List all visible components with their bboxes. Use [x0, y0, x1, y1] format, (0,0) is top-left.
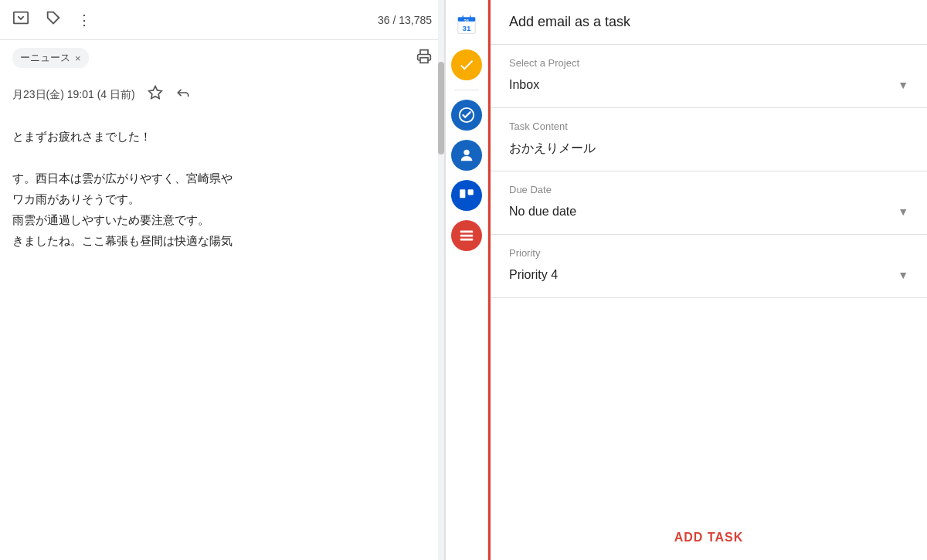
tag-close-icon[interactable]: × — [75, 53, 81, 64]
svg-text:31: 31 — [464, 19, 470, 24]
email-date: 月23日(金) 19:01 (4 日前) — [12, 88, 135, 102]
svg-rect-12 — [460, 189, 465, 198]
star-icon[interactable] — [148, 85, 163, 104]
body-line-2: す。西日本は雲が広がりやすく、宮崎県や — [12, 168, 432, 188]
todoist-blue-icon[interactable] — [451, 100, 482, 131]
priority-dropdown-arrow: ▼ — [898, 269, 908, 281]
account-icon[interactable] — [451, 140, 482, 171]
svg-point-11 — [464, 150, 469, 155]
due-date-value: No due date — [509, 205, 576, 219]
email-meta: 月23日(金) 19:01 (4 日前) — [0, 76, 444, 114]
sidebar-divider-1 — [454, 90, 479, 90]
content-section: Task Content — [491, 108, 927, 171]
svg-rect-16 — [460, 239, 474, 241]
priority-value: Priority 4 — [509, 268, 558, 282]
due-date-dropdown-arrow: ▼ — [898, 205, 908, 218]
email-toolbar: ⋮ 36 / 13,785 — [0, 0, 444, 40]
scrollbar[interactable] — [438, 0, 444, 560]
body-line-4: 雨雲が通過しやすいため要注意です。 — [12, 209, 432, 230]
due-date-label: Due Date — [509, 184, 908, 195]
add-task-button[interactable]: ADD TASK — [674, 531, 743, 545]
scroll-thumb[interactable] — [438, 62, 444, 154]
priority-dropdown[interactable]: Priority 4 ▼ — [509, 265, 908, 285]
project-dropdown[interactable]: Inbox ▼ — [509, 75, 908, 95]
project-dropdown-arrow: ▼ — [898, 79, 908, 91]
email-subject-bar: ーニュース × — [0, 40, 444, 76]
body-line-1: とまずお疲れさまでした！ — [12, 126, 432, 147]
todoist-red-icon[interactable] — [451, 220, 482, 251]
svg-marker-2 — [148, 87, 161, 99]
reply-icon[interactable] — [175, 85, 191, 104]
project-label: Select a Project — [509, 57, 908, 69]
email-body: とまずお疲れさまでした！ す。西日本は雲が広がりやすく、宮崎県や ワカ雨がありそ… — [0, 114, 444, 263]
tag-chip[interactable]: ーニュース × — [12, 48, 89, 68]
tag-label: ーニュース — [20, 51, 70, 65]
email-panel: ⋮ 36 / 13,785 ーニュース × 月23日(金) 19:01 (4 日… — [0, 0, 445, 560]
due-date-dropdown[interactable]: No due date ▼ — [509, 202, 908, 222]
svg-text:31: 31 — [463, 24, 471, 32]
email-count: 36 / 13,785 — [378, 14, 432, 26]
task-content-input[interactable] — [509, 138, 908, 158]
svg-rect-15 — [460, 235, 474, 237]
svg-rect-0 — [14, 12, 28, 24]
trello-icon[interactable] — [451, 180, 482, 211]
label-icon[interactable] — [45, 9, 62, 30]
body-line-3: ワカ雨がありそうです。 — [12, 188, 432, 209]
app-sidebar: 31 31 — [445, 0, 488, 560]
svg-rect-13 — [468, 189, 474, 195]
priority-label: Priority — [509, 247, 908, 259]
panel-title: Add email as a task — [509, 14, 630, 29]
project-value: Inbox — [509, 78, 539, 92]
project-section: Select a Project Inbox ▼ — [491, 45, 927, 108]
google-tasks-icon[interactable] — [451, 49, 482, 80]
due-date-section: Due Date No due date ▼ — [491, 171, 927, 235]
content-label: Task Content — [509, 120, 908, 132]
archive-icon[interactable] — [12, 9, 29, 30]
priority-section: Priority Priority 4 ▼ — [491, 235, 927, 298]
print-icon[interactable] — [416, 49, 432, 68]
google-calendar-icon[interactable]: 31 31 — [451, 9, 482, 40]
panel-header: Add email as a task — [491, 0, 927, 45]
more-options-icon[interactable]: ⋮ — [77, 12, 91, 29]
panel-footer: ADD TASK — [491, 515, 927, 560]
body-line-5: きましたね。ここ幕張も昼間は快適な陽気 — [12, 230, 432, 251]
add-task-panel: Add email as a task Select a Project Inb… — [488, 0, 927, 560]
svg-rect-14 — [460, 231, 474, 233]
svg-rect-1 — [420, 57, 428, 63]
